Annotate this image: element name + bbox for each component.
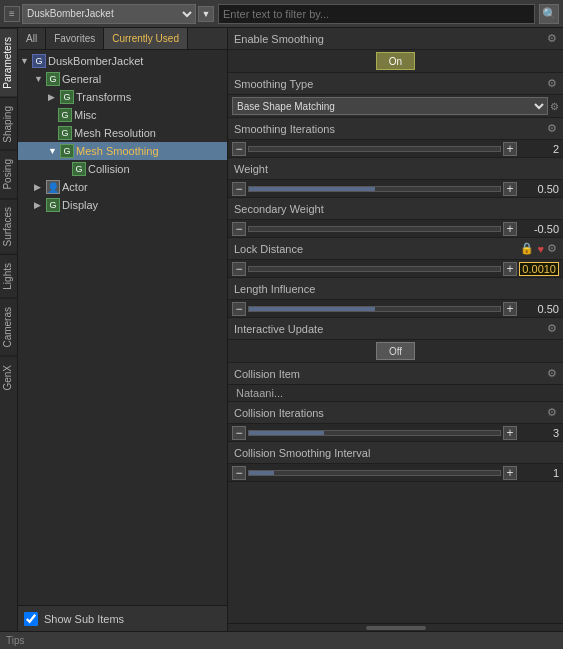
collision-item-label: Collision Item [234,368,300,380]
collision-smoothing-minus[interactable]: − [232,466,246,480]
sidebar-tab-shaping[interactable]: Shaping [0,97,17,151]
lock-distance-slider-row: − + 0.0010 [228,260,563,278]
expand-arrow-actor[interactable]: ▶ [34,182,44,192]
smoothing-iterations-gear[interactable]: ⚙ [547,122,557,135]
enable-smoothing-label: Enable Smoothing [234,33,324,45]
smoothing-iterations-track[interactable] [248,146,501,152]
tree-item-transforms[interactable]: ▶ G Transforms [18,88,227,106]
tree-label-transforms: Transforms [76,91,131,103]
heart-icon[interactable]: ♥ [537,243,544,255]
secondary-weight-slider-row: − + -0.50 [228,220,563,238]
tree-item-misc[interactable]: G Misc [18,106,227,124]
tree-item-display[interactable]: ▶ G Display [18,196,227,214]
collision-smoothing-slider-row: − + 1 [228,464,563,482]
smoothing-iterations-label: Smoothing Iterations [234,123,335,135]
expand-arrow[interactable]: ▼ [20,56,30,66]
sidebar-tab-lights[interactable]: Lights [0,254,17,298]
secondary-weight-minus[interactable]: − [232,222,246,236]
weight-minus[interactable]: − [232,182,246,196]
length-influence-track[interactable] [248,306,501,312]
search-button[interactable]: 🔍 [539,4,559,24]
smoothing-iterations-header: Smoothing Iterations ⚙ [228,118,563,140]
filter-tab-favorites[interactable]: Favorites [46,28,104,49]
node-icon-transforms: G [60,90,74,104]
filter-tabs: All Favorites Currently Used [18,28,227,50]
collision-iterations-track[interactable] [248,430,501,436]
lock-distance-gear[interactable]: ⚙ [547,242,557,255]
tree-item-general[interactable]: ▼ G General [18,70,227,88]
properties-scroll[interactable]: Enable Smoothing ⚙ On Smoothing Type ⚙ B… [228,28,563,623]
length-influence-plus[interactable]: + [503,302,517,316]
smoothing-iterations-plus[interactable]: + [503,142,517,156]
sidebar-tab-genx[interactable]: GenX [0,356,17,399]
tree-label-duskbomberjacket: DuskBomberJacket [48,55,143,67]
smoothing-type-expand-arrow[interactable]: ⚙ [550,101,559,112]
lock-distance-track[interactable] [248,266,501,272]
secondary-weight-label: Secondary Weight [234,203,324,215]
enable-smoothing-gear[interactable]: ⚙ [547,32,557,45]
weight-plus[interactable]: + [503,182,517,196]
preset-select[interactable]: DuskBomberJacket [22,4,196,24]
secondary-weight-plus[interactable]: + [503,222,517,236]
tree-item-mesh-smoothing[interactable]: ▼ G Mesh Smoothing [18,142,227,160]
sidebar-tab-surfaces[interactable]: Surfaces [0,198,17,254]
tree-item-duskbomberjacket[interactable]: ▼ G DuskBomberJacket [18,52,227,70]
tree-label-actor: Actor [62,181,88,193]
enable-smoothing-header: Enable Smoothing ⚙ [228,28,563,50]
weight-track[interactable] [248,186,501,192]
smoothing-type-select[interactable]: Base Shape Matching [232,97,548,115]
smoothing-iterations-slider-row: − + 2 [228,140,563,158]
smoothing-type-gear[interactable]: ⚙ [547,77,557,90]
menu-icon[interactable]: ≡ [4,6,20,22]
tree-label-mesh-resolution: Mesh Resolution [74,127,156,139]
preset-menu-arrow[interactable]: ▼ [198,6,214,22]
length-influence-minus[interactable]: − [232,302,246,316]
smoothing-iterations-minus[interactable]: − [232,142,246,156]
scroll-thumb[interactable] [366,626,426,630]
interactive-update-toggle[interactable]: Off [376,342,415,360]
secondary-weight-header: Secondary Weight [228,198,563,220]
collision-iterations-gear[interactable]: ⚙ [547,406,557,419]
lock-icon[interactable]: 🔒 [520,242,534,255]
sidebar-tab-posing[interactable]: Posing [0,150,17,198]
right-panel: Enable Smoothing ⚙ On Smoothing Type ⚙ B… [228,28,563,631]
secondary-weight-value: -0.50 [519,223,559,235]
weight-value: 0.50 [519,183,559,195]
weight-slider-row: − + 0.50 [228,180,563,198]
enable-smoothing-toggle[interactable]: On [376,52,415,70]
collision-smoothing-plus[interactable]: + [503,466,517,480]
secondary-weight-track[interactable] [248,226,501,232]
expand-arrow-transforms[interactable]: ▶ [48,92,58,102]
collision-item-header: Collision Item ⚙ [228,363,563,385]
weight-header: Weight [228,158,563,180]
node-icon-general: G [46,72,60,86]
lock-distance-plus[interactable]: + [503,262,517,276]
collision-iterations-plus[interactable]: + [503,426,517,440]
sidebar-tab-parameters[interactable]: Parameters [0,28,17,97]
expand-arrow-general[interactable]: ▼ [34,74,44,84]
lock-distance-value: 0.0010 [519,262,559,276]
node-icon-actor: 👤 [46,180,60,194]
tree-item-mesh-resolution[interactable]: G Mesh Resolution [18,124,227,142]
collision-item-gear[interactable]: ⚙ [547,367,557,380]
collision-smoothing-track[interactable] [248,470,501,476]
scroll-indicator [228,623,563,631]
filter-input[interactable] [218,4,535,24]
show-sub-items-checkbox[interactable] [24,612,38,626]
filter-tab-currently-used[interactable]: Currently Used [104,28,188,49]
lock-distance-minus[interactable]: − [232,262,246,276]
collision-iterations-header: Collision Iterations ⚙ [228,402,563,424]
left-panel: All Favorites Currently Used ▼ G DuskBom… [18,28,228,631]
node-icon-misc: G [58,108,72,122]
collision-iterations-minus[interactable]: − [232,426,246,440]
collision-iterations-value: 3 [519,427,559,439]
filter-tab-all[interactable]: All [18,28,46,49]
interactive-update-gear[interactable]: ⚙ [547,322,557,335]
tips-bar: Tips [0,631,563,649]
expand-arrow-mesh-smoothing[interactable]: ▼ [48,146,58,156]
tree-item-collision[interactable]: G Collision [18,160,227,178]
expand-arrow-display[interactable]: ▶ [34,200,44,210]
sidebar-tab-cameras[interactable]: Cameras [0,298,17,356]
collision-iterations-slider-row: − + 3 [228,424,563,442]
tree-item-actor[interactable]: ▶ 👤 Actor [18,178,227,196]
